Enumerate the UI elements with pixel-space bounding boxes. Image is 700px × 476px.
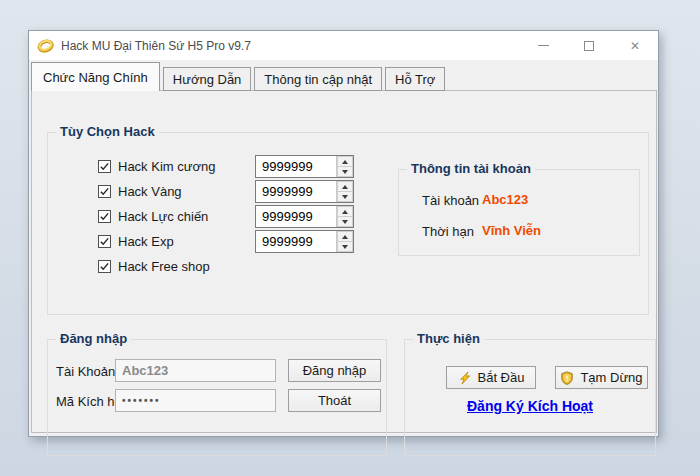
username-label: Tài Khoản	[56, 364, 115, 379]
gold-shield-icon	[560, 371, 574, 385]
hack-lucchien-checkbox[interactable]	[98, 210, 111, 223]
account-info-group: Thông tin tài khoản Tài khoản Abc123 Thờ…	[398, 169, 640, 256]
duration-label: Thời hạn	[422, 224, 474, 239]
up-arrow-icon	[342, 235, 348, 239]
login-group: Đăng nhập Tài Khoản Đăng nhập Mã Kích ho…	[47, 339, 387, 456]
hack-option-row: Hack Free shop	[98, 259, 210, 273]
hack-vang-checkbox[interactable]	[98, 185, 111, 198]
hack-option-label: Hack Free shop	[118, 259, 210, 274]
hack-kimcuong-spinner	[255, 155, 354, 178]
window-controls: ✕	[520, 31, 658, 60]
spin-up-button[interactable]	[337, 206, 353, 217]
hack-option-row: Hack Lực chiến	[98, 209, 208, 223]
app-window: Hack MU Đại Thiên Sứ H5 Pro v9.7 ✕ Chức …	[28, 30, 659, 437]
account-value: Abc123	[482, 192, 528, 207]
register-activation-link[interactable]: Đăng Ký Kích Hoạt	[405, 398, 655, 414]
close-button[interactable]: ✕	[612, 31, 658, 60]
hack-kimcuong-value-input[interactable]	[256, 156, 336, 177]
hack-option-label: Hack Kim cương	[118, 159, 215, 174]
execute-group: Thực hiện Bắt Đầu Tạm Dừng Đăng Ký Kích …	[404, 339, 656, 456]
maximize-icon	[584, 41, 594, 51]
hack-lucchien-value-input[interactable]	[256, 206, 336, 227]
up-arrow-icon	[342, 210, 348, 214]
spin-up-button[interactable]	[337, 156, 353, 167]
account-info-group-title: Thông tin tài khoản	[407, 161, 535, 176]
username-input[interactable]	[115, 359, 276, 382]
spinner-buttons	[336, 156, 353, 177]
hack-option-label: Hack Lực chiến	[118, 209, 208, 224]
hack-exp-checkbox[interactable]	[98, 235, 111, 248]
spin-down-button[interactable]	[337, 242, 353, 252]
up-arrow-icon	[342, 160, 348, 164]
tab-main-functions[interactable]: Chức Năng Chính	[31, 62, 160, 91]
account-label: Tài khoản	[422, 193, 479, 208]
up-arrow-icon	[342, 185, 348, 189]
activation-code-input[interactable]	[115, 389, 276, 412]
titlebar: Hack MU Đại Thiên Sứ H5 Pro v9.7 ✕	[29, 31, 658, 60]
hack-option-row: Hack Vàng	[98, 184, 182, 198]
spin-up-button[interactable]	[337, 181, 353, 192]
spinner-buttons	[336, 181, 353, 202]
start-button[interactable]: Bắt Đầu	[446, 366, 536, 389]
hack-exp-spinner	[255, 230, 354, 253]
exit-button[interactable]: Thoát	[288, 389, 381, 412]
minimize-icon	[538, 45, 549, 46]
start-button-label: Bắt Đầu	[478, 370, 525, 385]
down-arrow-icon	[342, 220, 348, 224]
pause-button-label: Tạm Dừng	[580, 370, 642, 385]
close-icon: ✕	[630, 40, 640, 52]
tab-instructions[interactable]: Hướng Dẫn	[163, 67, 252, 91]
maximize-button[interactable]	[566, 31, 612, 60]
hack-option-row: Hack Kim cương	[98, 159, 215, 173]
hack-option-label: Hack Exp	[118, 234, 174, 249]
gold-ring-app-icon	[37, 37, 54, 54]
down-arrow-icon	[342, 170, 348, 174]
down-arrow-icon	[342, 195, 348, 199]
hack-options-group: Tùy Chọn Hack Hack Kim cương Hack Vàng	[47, 132, 649, 315]
window-title: Hack MU Đại Thiên Sứ H5 Pro v9.7	[61, 39, 251, 53]
login-button[interactable]: Đăng nhập	[288, 359, 381, 382]
login-group-title: Đăng nhập	[56, 331, 131, 346]
spin-down-button[interactable]	[337, 192, 353, 202]
hack-options-group-title: Tùy Chọn Hack	[56, 124, 159, 139]
hack-lucchien-spinner	[255, 205, 354, 228]
hack-exp-value-input[interactable]	[256, 231, 336, 252]
hack-vang-spinner	[255, 180, 354, 203]
tab-panel: Tùy Chọn Hack Hack Kim cương Hack Vàng	[31, 90, 657, 433]
tab-support[interactable]: Hỗ Trợ	[385, 67, 445, 91]
execute-group-title: Thực hiện	[413, 331, 484, 346]
spinner-buttons	[336, 206, 353, 227]
hack-option-row: Hack Exp	[98, 234, 174, 248]
tabstrip: Chức Năng Chính Hướng Dẫn Thông tin cập …	[31, 62, 448, 91]
pause-button[interactable]: Tạm Dừng	[555, 366, 648, 389]
spin-up-button[interactable]	[337, 231, 353, 242]
hack-option-label: Hack Vàng	[118, 184, 182, 199]
spinner-buttons	[336, 231, 353, 252]
tab-update-info[interactable]: Thông tin cập nhật	[254, 67, 382, 91]
minimize-button[interactable]	[520, 31, 566, 60]
hack-freeshop-checkbox[interactable]	[98, 260, 111, 273]
spin-down-button[interactable]	[337, 217, 353, 227]
hack-vang-value-input[interactable]	[256, 181, 336, 202]
lightning-bolt-icon	[458, 371, 472, 385]
spin-down-button[interactable]	[337, 167, 353, 177]
duration-value: Vĩnh Viễn	[482, 223, 541, 238]
hack-kimcuong-checkbox[interactable]	[98, 160, 111, 173]
down-arrow-icon	[342, 245, 348, 249]
